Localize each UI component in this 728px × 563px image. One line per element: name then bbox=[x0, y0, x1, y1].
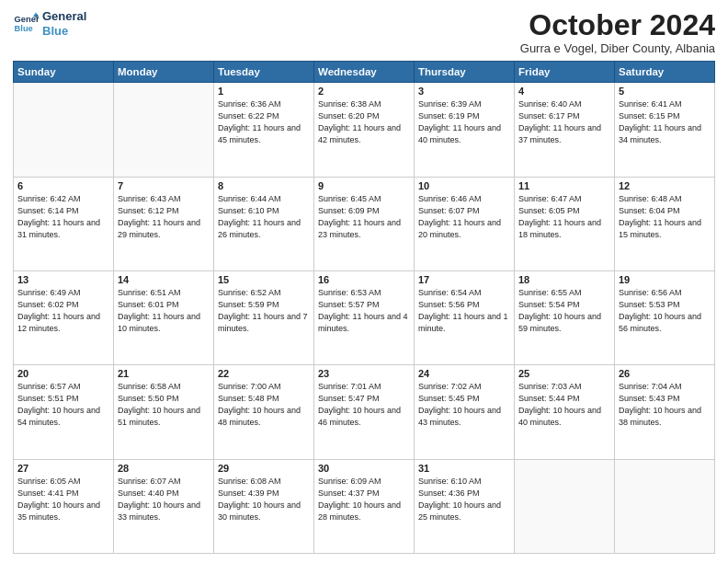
day-info: Sunrise: 6:10 AM Sunset: 4:36 PM Dayligh… bbox=[418, 476, 510, 523]
day-info: Sunrise: 6:41 AM Sunset: 6:15 PM Dayligh… bbox=[619, 98, 711, 146]
day-number: 27 bbox=[17, 463, 109, 474]
logo-icon: General Blue bbox=[13, 11, 39, 37]
calendar-cell: 4Sunrise: 6:40 AM Sunset: 6:17 PM Daylig… bbox=[515, 83, 615, 177]
day-number: 11 bbox=[518, 180, 610, 191]
day-info: Sunrise: 6:55 AM Sunset: 5:54 PM Dayligh… bbox=[518, 287, 610, 335]
day-info: Sunrise: 6:44 AM Sunset: 6:10 PM Dayligh… bbox=[218, 193, 310, 241]
day-number: 16 bbox=[318, 274, 410, 285]
day-number: 3 bbox=[418, 86, 510, 97]
calendar-cell: 28Sunrise: 6:07 AM Sunset: 4:40 PM Dayli… bbox=[114, 459, 214, 553]
weekday-header-wednesday: Wednesday bbox=[314, 62, 415, 83]
week-row-5: 27Sunrise: 6:05 AM Sunset: 4:41 PM Dayli… bbox=[14, 459, 715, 553]
logo-text-blue: Blue bbox=[42, 24, 86, 39]
header: General Blue General Blue October 2024 G… bbox=[13, 9, 715, 55]
location: Gurra e Vogel, Diber County, Albania bbox=[520, 41, 715, 55]
day-number: 21 bbox=[118, 368, 210, 379]
day-number: 17 bbox=[418, 274, 510, 285]
day-info: Sunrise: 7:00 AM Sunset: 5:48 PM Dayligh… bbox=[218, 381, 310, 429]
calendar-cell: 21Sunrise: 6:58 AM Sunset: 5:50 PM Dayli… bbox=[114, 365, 214, 459]
calendar-cell: 15Sunrise: 6:52 AM Sunset: 5:59 PM Dayli… bbox=[214, 270, 314, 364]
day-info: Sunrise: 6:43 AM Sunset: 6:12 PM Dayligh… bbox=[118, 193, 210, 241]
day-number: 24 bbox=[418, 368, 510, 379]
week-row-3: 13Sunrise: 6:49 AM Sunset: 6:02 PM Dayli… bbox=[14, 270, 715, 364]
day-info: Sunrise: 6:51 AM Sunset: 6:01 PM Dayligh… bbox=[118, 287, 210, 335]
day-number: 29 bbox=[218, 463, 310, 474]
day-info: Sunrise: 6:52 AM Sunset: 5:59 PM Dayligh… bbox=[218, 287, 310, 335]
day-number: 12 bbox=[619, 180, 711, 191]
day-number: 5 bbox=[619, 86, 711, 97]
day-info: Sunrise: 6:48 AM Sunset: 6:04 PM Dayligh… bbox=[619, 193, 711, 241]
calendar-cell: 2Sunrise: 6:38 AM Sunset: 6:20 PM Daylig… bbox=[314, 83, 415, 177]
calendar-cell: 20Sunrise: 6:57 AM Sunset: 5:51 PM Dayli… bbox=[14, 365, 114, 459]
day-number: 20 bbox=[17, 368, 109, 379]
calendar-cell: 7Sunrise: 6:43 AM Sunset: 6:12 PM Daylig… bbox=[114, 177, 214, 270]
day-info: Sunrise: 6:09 AM Sunset: 4:37 PM Dayligh… bbox=[318, 476, 410, 523]
weekday-header-sunday: Sunday bbox=[14, 62, 114, 83]
day-number: 2 bbox=[318, 86, 410, 97]
svg-text:Blue: Blue bbox=[15, 23, 33, 32]
day-number: 8 bbox=[218, 180, 310, 191]
day-info: Sunrise: 6:39 AM Sunset: 6:19 PM Dayligh… bbox=[418, 98, 510, 146]
day-number: 13 bbox=[17, 274, 109, 285]
day-info: Sunrise: 7:02 AM Sunset: 5:45 PM Dayligh… bbox=[418, 381, 510, 429]
calendar-cell: 3Sunrise: 6:39 AM Sunset: 6:19 PM Daylig… bbox=[415, 83, 515, 177]
day-info: Sunrise: 7:01 AM Sunset: 5:47 PM Dayligh… bbox=[318, 381, 410, 429]
month-title: October 2024 bbox=[520, 9, 715, 41]
day-number: 7 bbox=[118, 180, 210, 191]
weekday-header-monday: Monday bbox=[114, 62, 214, 83]
day-info: Sunrise: 6:08 AM Sunset: 4:39 PM Dayligh… bbox=[218, 476, 310, 523]
calendar-cell: 29Sunrise: 6:08 AM Sunset: 4:39 PM Dayli… bbox=[214, 459, 314, 553]
calendar-cell: 1Sunrise: 6:36 AM Sunset: 6:22 PM Daylig… bbox=[214, 83, 314, 177]
calendar-cell: 11Sunrise: 6:47 AM Sunset: 6:05 PM Dayli… bbox=[515, 177, 615, 270]
day-number: 22 bbox=[218, 368, 310, 379]
calendar-cell: 25Sunrise: 7:03 AM Sunset: 5:44 PM Dayli… bbox=[515, 365, 615, 459]
calendar-cell: 24Sunrise: 7:02 AM Sunset: 5:45 PM Dayli… bbox=[415, 365, 515, 459]
day-number: 14 bbox=[118, 274, 210, 285]
calendar-cell bbox=[615, 459, 715, 553]
day-info: Sunrise: 6:54 AM Sunset: 5:56 PM Dayligh… bbox=[418, 287, 510, 335]
calendar-cell: 18Sunrise: 6:55 AM Sunset: 5:54 PM Dayli… bbox=[515, 270, 615, 364]
day-info: Sunrise: 6:56 AM Sunset: 5:53 PM Dayligh… bbox=[619, 287, 711, 335]
week-row-1: 1Sunrise: 6:36 AM Sunset: 6:22 PM Daylig… bbox=[14, 83, 715, 177]
calendar-cell bbox=[14, 83, 114, 177]
calendar-cell: 12Sunrise: 6:48 AM Sunset: 6:04 PM Dayli… bbox=[615, 177, 715, 270]
day-number: 9 bbox=[318, 180, 410, 191]
day-info: Sunrise: 6:38 AM Sunset: 6:20 PM Dayligh… bbox=[318, 98, 410, 146]
day-number: 31 bbox=[418, 463, 510, 474]
weekday-header-saturday: Saturday bbox=[615, 62, 715, 83]
calendar-cell: 14Sunrise: 6:51 AM Sunset: 6:01 PM Dayli… bbox=[114, 270, 214, 364]
logo-text-general: General bbox=[42, 9, 86, 24]
calendar-cell: 22Sunrise: 7:00 AM Sunset: 5:48 PM Dayli… bbox=[214, 365, 314, 459]
calendar-cell: 6Sunrise: 6:42 AM Sunset: 6:14 PM Daylig… bbox=[14, 177, 114, 270]
week-row-2: 6Sunrise: 6:42 AM Sunset: 6:14 PM Daylig… bbox=[14, 177, 715, 270]
day-info: Sunrise: 6:46 AM Sunset: 6:07 PM Dayligh… bbox=[418, 193, 510, 241]
calendar-cell: 16Sunrise: 6:53 AM Sunset: 5:57 PM Dayli… bbox=[314, 270, 415, 364]
calendar-page: General Blue General Blue October 2024 G… bbox=[0, 0, 728, 563]
day-info: Sunrise: 6:45 AM Sunset: 6:09 PM Dayligh… bbox=[318, 193, 410, 241]
calendar-cell: 13Sunrise: 6:49 AM Sunset: 6:02 PM Dayli… bbox=[14, 270, 114, 364]
calendar-cell bbox=[114, 83, 214, 177]
day-number: 18 bbox=[518, 274, 610, 285]
calendar-cell: 9Sunrise: 6:45 AM Sunset: 6:09 PM Daylig… bbox=[314, 177, 415, 270]
day-number: 4 bbox=[518, 86, 610, 97]
day-info: Sunrise: 6:36 AM Sunset: 6:22 PM Dayligh… bbox=[218, 98, 310, 146]
calendar-table: SundayMondayTuesdayWednesdayThursdayFrid… bbox=[13, 61, 715, 554]
day-info: Sunrise: 7:03 AM Sunset: 5:44 PM Dayligh… bbox=[518, 381, 610, 429]
calendar-cell: 10Sunrise: 6:46 AM Sunset: 6:07 PM Dayli… bbox=[415, 177, 515, 270]
weekday-header-row: SundayMondayTuesdayWednesdayThursdayFrid… bbox=[14, 62, 715, 83]
day-number: 25 bbox=[518, 368, 610, 379]
week-row-4: 20Sunrise: 6:57 AM Sunset: 5:51 PM Dayli… bbox=[14, 365, 715, 459]
calendar-cell: 26Sunrise: 7:04 AM Sunset: 5:43 PM Dayli… bbox=[615, 365, 715, 459]
day-info: Sunrise: 6:58 AM Sunset: 5:50 PM Dayligh… bbox=[118, 381, 210, 429]
day-number: 19 bbox=[619, 274, 711, 285]
day-info: Sunrise: 7:04 AM Sunset: 5:43 PM Dayligh… bbox=[619, 381, 711, 429]
day-number: 10 bbox=[418, 180, 510, 191]
title-block: October 2024 Gurra e Vogel, Diber County… bbox=[520, 9, 715, 55]
day-info: Sunrise: 6:05 AM Sunset: 4:41 PM Dayligh… bbox=[17, 476, 109, 523]
day-info: Sunrise: 6:40 AM Sunset: 6:17 PM Dayligh… bbox=[518, 98, 610, 146]
calendar-cell: 8Sunrise: 6:44 AM Sunset: 6:10 PM Daylig… bbox=[214, 177, 314, 270]
weekday-header-tuesday: Tuesday bbox=[214, 62, 314, 83]
day-info: Sunrise: 6:49 AM Sunset: 6:02 PM Dayligh… bbox=[17, 287, 109, 335]
day-info: Sunrise: 6:57 AM Sunset: 5:51 PM Dayligh… bbox=[17, 381, 109, 429]
day-info: Sunrise: 6:47 AM Sunset: 6:05 PM Dayligh… bbox=[518, 193, 610, 241]
